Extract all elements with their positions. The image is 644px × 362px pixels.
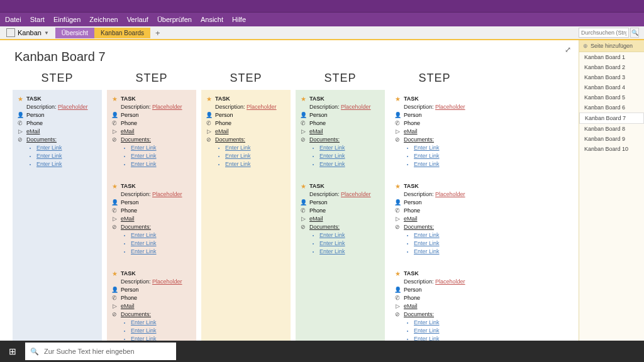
start-button[interactable]: ⊞ [0, 341, 25, 362]
document-link[interactable]: Enter Link [319, 145, 345, 151]
person-field[interactable]: Person [404, 111, 422, 119]
document-link[interactable]: Enter Link [414, 145, 440, 151]
column-body[interactable]: ★TASKDescription: Placeholder👤Person✆Pho… [201, 90, 291, 341]
search-button[interactable]: 🔍 [630, 28, 639, 38]
page-list-item[interactable]: Kanban Board 10 [579, 144, 644, 154]
description-value[interactable]: Placeholder [341, 191, 371, 197]
menu-einfügen[interactable]: Einfügen [53, 16, 80, 23]
column-body[interactable]: ★TASKDescription: Placeholder👤Person✆Pho… [390, 90, 479, 341]
section-tab[interactable]: Übersicht [55, 28, 94, 38]
email-field[interactable]: eMail [121, 302, 135, 310]
phone-field[interactable]: Phone [215, 119, 231, 128]
menu-zeichnen[interactable]: Zeichnen [89, 16, 118, 23]
document-link[interactable]: Enter Link [131, 240, 157, 246]
page-canvas[interactable]: ⤢ Kanban Board 7 STEP★TASKDescription: P… [0, 40, 579, 341]
person-field[interactable]: Person [309, 199, 328, 207]
document-link[interactable]: Enter Link [36, 161, 62, 167]
description-value[interactable]: Placeholder [152, 191, 182, 197]
description-value[interactable]: Placeholder [152, 278, 182, 285]
menu-überprüfen[interactable]: Überprüfen [157, 16, 192, 23]
page-list-item[interactable]: Kanban Board 2 [579, 62, 644, 72]
document-link[interactable]: Enter Link [36, 145, 62, 151]
menu-verlauf[interactable]: Verlauf [127, 16, 148, 23]
phone-field[interactable]: Phone [404, 294, 420, 302]
document-link[interactable]: Enter Link [319, 232, 345, 238]
document-link[interactable]: Enter Link [131, 248, 157, 255]
person-field[interactable]: Person [121, 286, 139, 294]
document-link[interactable]: Enter Link [319, 153, 345, 159]
description-value[interactable]: Placeholder [341, 104, 371, 110]
document-link[interactable]: Enter Link [131, 336, 157, 341]
phone-field[interactable]: Phone [26, 119, 43, 128]
column-heading[interactable]: STEP [296, 72, 385, 85]
column-heading[interactable]: STEP [107, 72, 196, 85]
fullscreen-icon[interactable]: ⤢ [565, 45, 571, 54]
document-link[interactable]: Enter Link [414, 319, 440, 326]
document-link[interactable]: Enter Link [131, 232, 157, 238]
page-list-item[interactable]: Kanban Board 4 [579, 82, 644, 92]
notebook-selector[interactable]: Kanban ▼ [0, 28, 55, 37]
menu-ansicht[interactable]: Ansicht [201, 16, 223, 23]
column-heading[interactable]: STEP [390, 72, 479, 85]
description-value[interactable]: Placeholder [435, 104, 465, 110]
phone-field[interactable]: Phone [121, 207, 137, 215]
person-field[interactable]: Person [26, 111, 45, 119]
person-field[interactable]: Person [121, 111, 139, 119]
person-field[interactable]: Person [404, 286, 422, 294]
phone-field[interactable]: Phone [309, 207, 326, 215]
page-list-item[interactable]: Kanban Board 3 [579, 72, 644, 82]
email-field[interactable]: eMail [121, 215, 135, 223]
section-tab[interactable]: Kanban Boards [94, 28, 150, 38]
document-link[interactable]: Enter Link [36, 153, 62, 159]
email-field[interactable]: eMail [121, 128, 135, 136]
task-card[interactable]: ★TASKDescription: Placeholder👤Person✆Pho… [15, 94, 99, 170]
task-card[interactable]: ★TASKDescription: Placeholder👤Person✆Pho… [392, 268, 477, 341]
document-link[interactable]: Enter Link [319, 248, 345, 255]
document-link[interactable]: Enter Link [225, 153, 251, 159]
document-link[interactable]: Enter Link [319, 161, 345, 167]
document-link[interactable]: Enter Link [131, 153, 157, 159]
page-list-item[interactable]: Kanban Board 7 [579, 112, 644, 124]
document-link[interactable]: Enter Link [131, 161, 157, 167]
description-value[interactable]: Placeholder [58, 104, 88, 110]
email-field[interactable]: eMail [404, 302, 418, 310]
column-body[interactable]: ★TASKDescription: Placeholder👤Person✆Pho… [13, 90, 102, 341]
add-page-button[interactable]: ⊕ Seite hinzufügen [579, 40, 644, 52]
search-input[interactable] [579, 28, 629, 38]
page-title[interactable]: Kanban Board 7 [14, 50, 566, 64]
taskbar-search[interactable]: 🔍 Zur Suche Text hier eingeben [25, 343, 176, 360]
phone-field[interactable]: Phone [121, 294, 137, 302]
column-heading[interactable]: STEP [13, 72, 102, 85]
document-link[interactable]: Enter Link [131, 319, 157, 326]
document-link[interactable]: Enter Link [414, 336, 440, 341]
menu-hilfe[interactable]: Hilfe [232, 16, 246, 23]
email-field[interactable]: eMail [309, 215, 323, 223]
person-field[interactable]: Person [215, 111, 233, 119]
description-value[interactable]: Placeholder [435, 278, 465, 285]
column-heading[interactable]: STEP [201, 72, 291, 85]
menu-datei[interactable]: Datei [5, 16, 21, 23]
document-link[interactable]: Enter Link [414, 232, 440, 238]
document-link[interactable]: Enter Link [225, 161, 251, 167]
email-field[interactable]: eMail [215, 128, 229, 136]
person-field[interactable]: Person [404, 199, 422, 207]
person-field[interactable]: Person [309, 111, 328, 119]
document-link[interactable]: Enter Link [319, 240, 345, 246]
task-card[interactable]: ★TASKDescription: Placeholder👤Person✆Pho… [298, 181, 382, 257]
task-card[interactable]: ★TASKDescription: Placeholder👤Person✆Pho… [392, 94, 477, 170]
document-link[interactable]: Enter Link [131, 327, 157, 334]
task-card[interactable]: ★TASKDescription: Placeholder👤Person✆Pho… [109, 268, 194, 341]
page-list-item[interactable]: Kanban Board 8 [579, 124, 644, 134]
document-link[interactable]: Enter Link [131, 145, 157, 151]
phone-field[interactable]: Phone [404, 207, 420, 215]
add-section-button[interactable]: + [150, 28, 165, 38]
document-link[interactable]: Enter Link [414, 153, 440, 159]
page-list-item[interactable]: Kanban Board 5 [579, 92, 644, 102]
email-field[interactable]: eMail [309, 128, 323, 136]
page-list-item[interactable]: Kanban Board 6 [579, 102, 644, 112]
document-link[interactable]: Enter Link [414, 161, 440, 167]
email-field[interactable]: eMail [404, 215, 418, 223]
description-value[interactable]: Placeholder [435, 191, 465, 197]
phone-field[interactable]: Phone [309, 119, 326, 128]
task-card[interactable]: ★TASKDescription: Placeholder👤Person✆Pho… [109, 94, 194, 170]
